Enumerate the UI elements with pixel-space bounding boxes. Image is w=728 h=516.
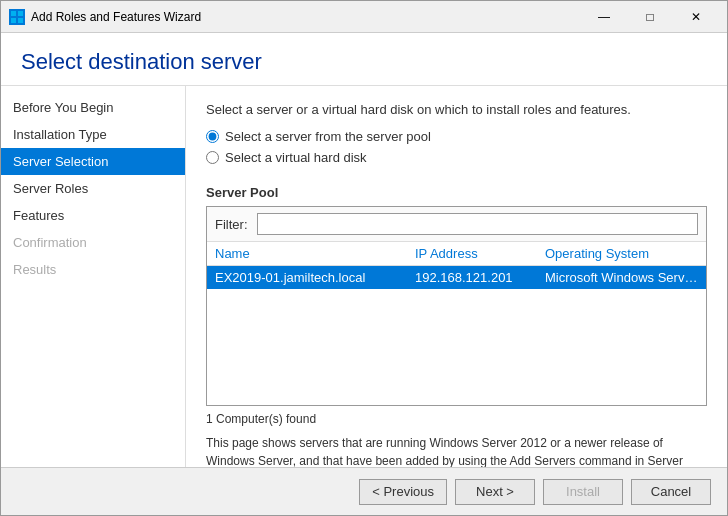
sidebar: Before You Begin Installation Type Serve… <box>1 86 186 467</box>
main-window: Add Roles and Features Wizard — □ ✕ Sele… <box>0 0 728 516</box>
table-row[interactable]: EX2019-01.jamiltech.local 192.168.121.20… <box>207 266 706 289</box>
app-icon <box>9 9 25 25</box>
svg-rect-2 <box>11 18 16 23</box>
server-pool-label: Server Pool <box>206 185 707 200</box>
minimize-button[interactable]: — <box>581 1 627 33</box>
table-header: Name IP Address Operating System <box>207 242 706 266</box>
sidebar-item-installation-type[interactable]: Installation Type <box>1 121 185 148</box>
filter-row: Filter: <box>207 207 706 242</box>
found-text: 1 Computer(s) found <box>206 412 707 426</box>
info-text: This page shows servers that are running… <box>206 434 707 467</box>
main-content: Select a server or a virtual hard disk o… <box>186 86 727 467</box>
column-header-os[interactable]: Operating System <box>545 246 698 261</box>
cell-ip: 192.168.121.201 <box>415 270 545 285</box>
radio-virtual-disk-label[interactable]: Select a virtual hard disk <box>206 150 707 165</box>
install-button: Install <box>543 479 623 505</box>
radio-server-pool-label[interactable]: Select a server from the server pool <box>206 129 707 144</box>
radio-group: Select a server from the server pool Sel… <box>206 129 707 171</box>
radio-server-pool[interactable] <box>206 130 219 143</box>
title-bar-controls: — □ ✕ <box>581 1 719 33</box>
filter-label: Filter: <box>215 217 251 232</box>
column-header-name[interactable]: Name <box>215 246 415 261</box>
cell-os: Microsoft Windows Server 2022 Standard E… <box>545 270 698 285</box>
main-layout: Before You Begin Installation Type Serve… <box>1 86 727 467</box>
filter-input[interactable] <box>257 213 698 235</box>
cancel-button[interactable]: Cancel <box>631 479 711 505</box>
title-bar-text: Add Roles and Features Wizard <box>31 10 581 24</box>
svg-rect-3 <box>18 18 23 23</box>
svg-rect-0 <box>11 11 16 16</box>
radio-server-pool-text: Select a server from the server pool <box>225 129 431 144</box>
page-header: Select destination server <box>1 33 727 86</box>
column-header-ip[interactable]: IP Address <box>415 246 545 261</box>
page-title: Select destination server <box>21 49 707 75</box>
cell-name: EX2019-01.jamiltech.local <box>215 270 415 285</box>
sidebar-item-server-selection[interactable]: Server Selection <box>1 148 185 175</box>
description-text: Select a server or a virtual hard disk o… <box>206 102 707 117</box>
sidebar-item-before-you-begin[interactable]: Before You Begin <box>1 94 185 121</box>
previous-button[interactable]: < Previous <box>359 479 447 505</box>
sidebar-item-server-roles[interactable]: Server Roles <box>1 175 185 202</box>
server-pool-box: Filter: Name IP Address Operating System… <box>206 206 707 406</box>
maximize-button[interactable]: □ <box>627 1 673 33</box>
radio-virtual-disk[interactable] <box>206 151 219 164</box>
sidebar-item-features[interactable]: Features <box>1 202 185 229</box>
radio-virtual-disk-text: Select a virtual hard disk <box>225 150 367 165</box>
sidebar-item-results: Results <box>1 256 185 283</box>
sidebar-item-confirmation: Confirmation <box>1 229 185 256</box>
footer: < Previous Next > Install Cancel <box>1 467 727 515</box>
close-button[interactable]: ✕ <box>673 1 719 33</box>
title-bar: Add Roles and Features Wizard — □ ✕ <box>1 1 727 33</box>
next-button[interactable]: Next > <box>455 479 535 505</box>
svg-rect-1 <box>18 11 23 16</box>
